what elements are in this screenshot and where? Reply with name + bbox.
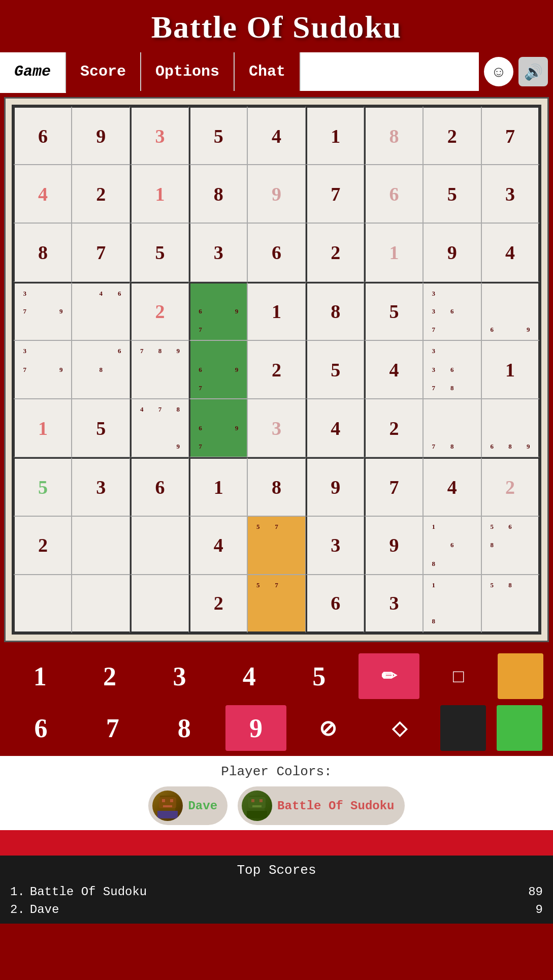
cell-8-6[interactable]: 3	[306, 516, 364, 575]
sound-button[interactable]: 🔊	[518, 57, 548, 86]
cell-3-4[interactable]: 3	[189, 223, 247, 281]
cell-2-5[interactable]: 9	[247, 165, 306, 223]
cell-6-1[interactable]: 1	[13, 399, 72, 457]
cell-8-5[interactable]: 57	[247, 516, 306, 575]
tab-options[interactable]: Options	[141, 52, 235, 91]
tab-chat[interactable]: Chat	[235, 52, 301, 91]
cell-5-6[interactable]: 5	[306, 340, 364, 399]
cell-1-3[interactable]: 3	[130, 106, 188, 165]
cell-4-2[interactable]: 46	[72, 282, 130, 340]
cell-9-9[interactable]: 58	[481, 575, 540, 633]
numpad-diamond[interactable]: ◇	[369, 705, 430, 751]
cell-4-4[interactable]: 69 7	[189, 282, 247, 340]
cell-1-7[interactable]: 8	[364, 106, 422, 165]
cell-9-1[interactable]	[13, 575, 72, 633]
cell-7-1[interactable]: 5	[13, 457, 72, 516]
cell-5-7[interactable]: 4	[364, 340, 422, 399]
numpad-color-orange[interactable]	[498, 653, 543, 699]
cell-4-9[interactable]: 69	[481, 282, 540, 340]
numpad-color-green[interactable]	[497, 705, 542, 751]
cell-5-1[interactable]: 3 79	[13, 340, 72, 399]
cell-2-7[interactable]: 6	[364, 165, 422, 223]
cell-8-9[interactable]: 56 8	[481, 516, 540, 575]
cell-2-3[interactable]: 1	[130, 165, 188, 223]
cell-8-7[interactable]: 9	[364, 516, 422, 575]
cell-6-3[interactable]: 478 9	[130, 399, 188, 457]
cell-9-2[interactable]	[72, 575, 130, 633]
numpad-9[interactable]: 9	[225, 705, 286, 751]
cell-7-9[interactable]: 2	[481, 457, 540, 516]
cell-3-5[interactable]: 6	[247, 223, 306, 281]
cell-3-9[interactable]: 4	[481, 223, 540, 281]
cell-7-5[interactable]: 8	[247, 457, 306, 516]
cell-6-7[interactable]: 2	[364, 399, 422, 457]
cell-5-9[interactable]: 1	[481, 340, 540, 399]
cell-6-9[interactable]: 689	[481, 399, 540, 457]
numpad-3[interactable]: 3	[149, 653, 210, 699]
cell-1-1[interactable]: 6	[13, 106, 72, 165]
cell-8-3[interactable]	[130, 516, 188, 575]
cell-4-8[interactable]: 3 36 7	[423, 282, 481, 340]
cell-5-5[interactable]: 2	[247, 340, 306, 399]
cell-4-6[interactable]: 8	[306, 282, 364, 340]
cell-5-8[interactable]: 3 36 78	[423, 340, 481, 399]
cell-1-8[interactable]: 2	[423, 106, 481, 165]
cell-1-2[interactable]: 9	[72, 106, 130, 165]
numpad-6[interactable]: 6	[11, 705, 72, 751]
cell-8-4[interactable]: 4	[189, 516, 247, 575]
cell-5-4[interactable]: 69 7	[189, 340, 247, 399]
cell-1-4[interactable]: 5	[189, 106, 247, 165]
numpad-7[interactable]: 7	[82, 705, 143, 751]
numpad-color-black[interactable]	[440, 705, 486, 751]
cell-8-2[interactable]	[72, 516, 130, 575]
cell-4-1[interactable]: 3 79	[13, 282, 72, 340]
numpad-8[interactable]: 8	[154, 705, 215, 751]
cell-6-6[interactable]: 4	[306, 399, 364, 457]
numpad-erase[interactable]: ⊘	[297, 705, 358, 751]
cell-6-2[interactable]: 5	[72, 399, 130, 457]
cell-1-6[interactable]: 1	[306, 106, 364, 165]
cell-1-5[interactable]: 4	[247, 106, 306, 165]
cell-5-2[interactable]: 6 8	[72, 340, 130, 399]
cell-3-2[interactable]: 7	[72, 223, 130, 281]
cell-7-3[interactable]: 6	[130, 457, 188, 516]
cell-8-8[interactable]: 1 6 8	[423, 516, 481, 575]
cell-3-6[interactable]: 2	[306, 223, 364, 281]
numpad-pencil[interactable]: ✏	[359, 653, 419, 699]
cell-3-3[interactable]: 5	[130, 223, 188, 281]
cell-6-8[interactable]: 78	[423, 399, 481, 457]
tab-score[interactable]: Score	[66, 52, 141, 91]
cell-3-7[interactable]: 1	[364, 223, 422, 281]
cell-2-4[interactable]: 8	[189, 165, 247, 223]
cell-9-8[interactable]: 1 8	[423, 575, 481, 633]
numpad-2[interactable]: 2	[79, 653, 140, 699]
numpad-5[interactable]: 5	[288, 653, 349, 699]
cell-8-1[interactable]: 2	[13, 516, 72, 575]
tab-game[interactable]: Game	[0, 52, 66, 93]
cell-3-8[interactable]: 9	[423, 223, 481, 281]
cell-5-3[interactable]: 789	[130, 340, 188, 399]
numpad-1[interactable]: 1	[10, 653, 71, 699]
cell-7-7[interactable]: 7	[364, 457, 422, 516]
cell-2-1[interactable]: 4	[13, 165, 72, 223]
cell-6-5[interactable]: 3	[247, 399, 306, 457]
numpad-4[interactable]: 4	[219, 653, 280, 699]
player-chip-bot[interactable]: Battle Of Sudoku	[238, 786, 404, 825]
cell-9-6[interactable]: 6	[306, 575, 364, 633]
cell-2-6[interactable]: 7	[306, 165, 364, 223]
cell-9-3[interactable]	[130, 575, 188, 633]
cell-2-2[interactable]: 2	[72, 165, 130, 223]
cell-6-4[interactable]: 69 7	[189, 399, 247, 457]
cell-3-1[interactable]: 8	[13, 223, 72, 281]
cell-9-5[interactable]: 57	[247, 575, 306, 633]
cell-7-2[interactable]: 3	[72, 457, 130, 516]
cell-7-6[interactable]: 9	[306, 457, 364, 516]
player-chip-dave[interactable]: Dave	[148, 786, 227, 825]
numpad-square[interactable]: □	[428, 653, 489, 699]
cell-2-9[interactable]: 3	[481, 165, 540, 223]
cell-1-9[interactable]: 7	[481, 106, 540, 165]
cell-7-8[interactable]: 4	[423, 457, 481, 516]
cell-2-8[interactable]: 5	[423, 165, 481, 223]
cell-4-3[interactable]: 2	[130, 282, 188, 340]
cell-9-4[interactable]: 2	[189, 575, 247, 633]
